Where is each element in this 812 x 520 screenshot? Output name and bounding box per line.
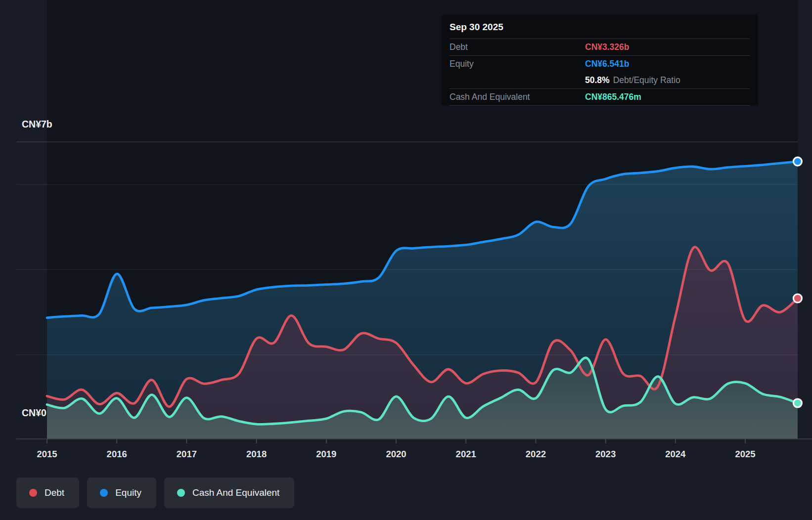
tooltip-row-ratio: 50.8% Debt/Equity Ratio (450, 72, 750, 88)
tooltip-cash-value: CN¥865.476m (585, 92, 641, 102)
legend-debt-label: Debt (45, 487, 64, 498)
x-axis-label-2022: 2022 (526, 449, 546, 459)
legend-cash-label: Cash And Equivalent (192, 487, 279, 498)
y-axis-zero-label: CN¥0 (22, 407, 46, 418)
x-axis-label-2023: 2023 (595, 449, 616, 459)
tooltip-debt-label: Debt (450, 42, 585, 52)
equity-endpoint-marker[interactable] (793, 157, 802, 166)
x-axis-label-2021: 2021 (456, 449, 476, 459)
x-axis-label-2025: 2025 (735, 449, 755, 459)
tooltip-debt-value: CN¥3.326b (585, 42, 630, 52)
legend-equity-label: Equity (115, 487, 141, 498)
x-axis-label-2017: 2017 (177, 449, 197, 459)
x-axis-label-2024: 2024 (665, 449, 686, 459)
x-axis-label-2020: 2020 (386, 449, 406, 459)
debt-endpoint-marker[interactable] (793, 294, 802, 303)
tooltip-row-debt: Debt CN¥3.326b (450, 39, 750, 55)
cash-series-dot-icon (177, 489, 185, 497)
tooltip-ratio-value: 50.8% (585, 75, 610, 86)
x-axis-label-2015: 2015 (37, 449, 57, 459)
debt-series-dot-icon (29, 489, 37, 497)
tooltip-ratio-label: Debt/Equity Ratio (613, 75, 680, 86)
tooltip-equity-value: CN¥6.541b (585, 59, 630, 69)
x-axis-label-2018: 2018 (246, 449, 267, 459)
tooltip-equity-label: Equity (450, 59, 585, 69)
equity-series-dot-icon (100, 489, 108, 497)
tooltip-row-equity: Equity CN¥6.541b (450, 55, 750, 72)
tooltip-row-cash: Cash And Equivalent CN¥865.476m (450, 88, 750, 106)
y-axis-max-label: CN¥7b (22, 119, 52, 130)
x-axis-label-2016: 2016 (107, 449, 127, 459)
tooltip-date: Sep 30 2025 (450, 15, 750, 39)
legend: Debt Equity Cash And Equivalent (16, 477, 294, 508)
tooltip-panel: Sep 30 2025 Debt CN¥3.326b Equity CN¥6.5… (442, 15, 758, 106)
legend-button-debt[interactable]: Debt (16, 477, 79, 508)
legend-button-cash[interactable]: Cash And Equivalent (164, 477, 294, 508)
x-axis-label-2019: 2019 (316, 449, 336, 459)
tooltip-cash-label: Cash And Equivalent (450, 92, 585, 102)
legend-button-equity[interactable]: Equity (87, 477, 156, 508)
cash-and-equivalent-endpoint-marker[interactable] (793, 399, 802, 407)
chart-page: 2015201620172018201920202021202220232024… (0, 0, 812, 520)
